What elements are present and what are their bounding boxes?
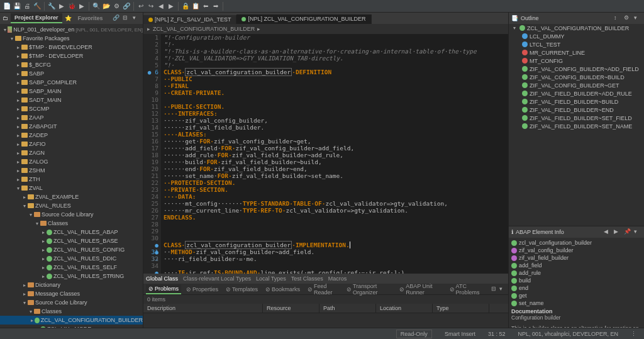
tree-node[interactable]: ▾Favorite Packages: [0, 34, 143, 43]
tree-node[interactable]: ▸SABP_COMPILER: [0, 78, 143, 87]
tree-node[interactable]: ▾ZVAL_RULES: [0, 201, 143, 210]
tree-node[interactable]: ▾Classes: [0, 307, 143, 316]
toolbar-btn-11[interactable]: 🔗: [122, 2, 131, 11]
project-tree[interactable]: ▾NLP_001_developer_en[NPL, 001, DEVELOPE…: [0, 24, 143, 328]
pe-tab-favorites[interactable]: Favorites: [74, 14, 107, 23]
tree-node[interactable]: ▸ZALOG: [0, 157, 143, 166]
toolbar-btn-18[interactable]: ⬅: [201, 2, 210, 11]
problems-tab-3[interactable]: ⊘Bookmarks: [263, 285, 303, 294]
outline-item[interactable]: ZIF_VAL_FIELD_BUILDER~END: [509, 106, 644, 114]
tree-node[interactable]: ▸ZCL_VAL_RULES_CONFIG: [0, 245, 143, 254]
toolbar-btn-8[interactable]: 🔍: [92, 2, 101, 11]
src-tab-test[interactable]: Test Classes: [291, 275, 323, 282]
toolbar-btn-7[interactable]: ▶: [77, 2, 86, 11]
toolbar-btn-3[interactable]: 🔨: [33, 2, 42, 11]
tree-node[interactable]: ▸ZCL_VAL_RULES_ABAP: [0, 228, 143, 236]
problems-tab-7[interactable]: ⊘ATC Problems: [447, 282, 486, 297]
toolbar-btn-1[interactable]: 💾: [13, 2, 21, 11]
problems-tab-5[interactable]: ⊘Transport Organizer: [344, 282, 394, 297]
toolbar-btn-16[interactable]: 🔒: [181, 2, 190, 11]
problems-col[interactable]: Location: [376, 304, 433, 313]
pe-tab-active[interactable]: Project Explorer: [11, 13, 62, 23]
tree-node[interactable]: ▸ZCL_VAL_RULES_BASE: [0, 236, 143, 245]
outline-item[interactable]: ZIF_VAL_FIELD_BUILDER~BUILD: [509, 97, 644, 106]
ei-pin-icon[interactable]: 📌: [624, 228, 631, 236]
tree-node[interactable]: ▸ZADEP: [0, 131, 143, 140]
tree-node[interactable]: ▾NLP_001_developer_en[NPL, 001, DEVELOPE…: [0, 25, 143, 34]
tree-node[interactable]: ▸ZSHM: [0, 166, 143, 175]
tree-node[interactable]: ▸$TMP · DEVELOPER: [0, 52, 143, 60]
editor-tab-1[interactable]: [NPL] Z_FL_SALV_IDA_TEST: [143, 15, 236, 24]
src-tab-macros[interactable]: Macros: [328, 275, 347, 282]
ei-back-icon[interactable]: ◀: [604, 228, 611, 236]
toolbar-btn-9[interactable]: 📂: [102, 2, 111, 11]
outline-item[interactable]: ZIF_VAL_FIELD_BUILDER~ADD_RULE: [509, 89, 644, 97]
link-icon[interactable]: 🔗: [113, 14, 120, 22]
tree-node[interactable]: ▸ZCL_VAL_RULES_SELF: [0, 263, 143, 272]
toolbar-btn-13[interactable]: ↪: [147, 2, 155, 11]
toolbar-btn-0[interactable]: 📄: [3, 2, 11, 11]
src-tab-local[interactable]: Local Types: [256, 275, 286, 282]
tree-node[interactable]: ▸SADT_MAIN: [0, 96, 143, 104]
tree-node[interactable]: ▸SABP: [0, 69, 143, 78]
tree-node[interactable]: ▸ZCL_VAL_RULES_STRING: [0, 272, 143, 281]
tree-node[interactable]: ▸ZAGN: [0, 148, 143, 157]
outline-sort-icon[interactable]: ↕: [614, 14, 621, 22]
tree-node[interactable]: ▸ZAAP: [0, 113, 143, 122]
tree-node[interactable]: ▸SCCMP: [0, 104, 143, 113]
menu-icon[interactable]: ▾: [133, 14, 140, 22]
tree-node[interactable]: ▸ZCL_VAL_RULES_DDIC: [0, 254, 143, 263]
editor-tab-2[interactable]: [NPL] ZCL_VAL_CONFIGURATION_BUILDER: [236, 14, 371, 24]
breadcrumb[interactable]: ▸ZCL_VAL_CONFIGURATION_BUILDER▸: [143, 24, 508, 34]
outline-item[interactable]: MT_CONFIG: [509, 57, 644, 65]
tree-node[interactable]: ▸ZABAPGIT: [0, 122, 143, 131]
toolbar-btn-4[interactable]: 🔧: [47, 2, 56, 11]
problems-col[interactable]: Type: [433, 304, 489, 313]
problems-tab-2[interactable]: ⊘Templates: [223, 285, 260, 294]
tree-node[interactable]: ▾Classes: [0, 219, 143, 228]
problems-tab-4[interactable]: ⊘Feed Reader: [305, 282, 341, 297]
outline-item[interactable]: LTCL_TEST: [509, 40, 644, 48]
toolbar-btn-5[interactable]: ▶: [57, 2, 66, 11]
outline-item[interactable]: ZIF_VAL_FIELD_BUILDER~SET_FIELD: [509, 114, 644, 122]
tree-node[interactable]: ▸Dictionary: [0, 281, 143, 289]
problems-tab-6[interactable]: ⊘ABAP Unit Runner: [397, 282, 444, 297]
toolbar-btn-15[interactable]: ▶: [167, 2, 175, 11]
tree-node[interactable]: ▾ZVAL: [0, 184, 143, 192]
outline-item[interactable]: ZIF_VAL_CONFIG_BUILDER~BUILD: [509, 73, 644, 81]
ei-fwd-icon[interactable]: ▶: [614, 228, 621, 236]
problems-col[interactable]: Path: [319, 304, 376, 313]
problems-tab-1[interactable]: ⊘Properties: [184, 285, 221, 294]
outline-filter-icon[interactable]: ⚙: [624, 14, 631, 22]
outline-item[interactable]: ZIF_VAL_CONFIG_BUILDER~ADD_FIELD: [509, 65, 644, 73]
src-tab-clt[interactable]: Class-relevant Local Types: [183, 275, 251, 282]
outline-menu-icon[interactable]: ▾: [634, 14, 641, 22]
tree-node[interactable]: ▸Message Classes: [0, 289, 143, 298]
problems-col[interactable]: Description: [143, 304, 263, 313]
tree-node[interactable]: ▸SABP_MAIN: [0, 87, 143, 96]
collapse-icon[interactable]: ⊟: [123, 14, 130, 22]
src-tab-global[interactable]: Global Class: [146, 275, 178, 282]
tree-node[interactable]: ▸ZTH: [0, 175, 143, 184]
tree-node[interactable]: ▸$TMP · BWDEVELOPER: [0, 43, 143, 52]
toolbar-btn-19[interactable]: ➡: [211, 2, 220, 11]
outline-item[interactable]: ZIF_VAL_CONFIG_BUILDER~GET: [509, 81, 644, 89]
tree-node[interactable]: ▸ZCL_VAL_CONFIGURATION_BUILDER: [0, 316, 143, 325]
toolbar-btn-6[interactable]: 🐞: [67, 2, 76, 11]
tree-node[interactable]: ▸ZVAL_EXAMPLE: [0, 192, 143, 201]
outline-item[interactable]: ZIF_VAL_FIELD_BUILDER~SET_NAME: [509, 122, 644, 130]
toolbar-btn-14[interactable]: ◀: [157, 2, 165, 11]
toolbar-btn-12[interactable]: ↩: [136, 2, 145, 11]
tree-node[interactable]: ▾Source Code Library: [0, 298, 143, 307]
toolbar-btn-17[interactable]: 📋: [191, 2, 200, 11]
problems-tab-0[interactable]: ⊘Problems: [146, 284, 181, 294]
toolbar-btn-10[interactable]: ⚙: [112, 2, 121, 11]
outline-item[interactable]: LCL_DUMMY: [509, 32, 644, 40]
ei-menu-icon[interactable]: ▾: [634, 228, 641, 236]
code-editor[interactable]: 12345● 678910111213141516171819202122232…: [143, 34, 508, 274]
tree-node[interactable]: ▸ZAFIO: [0, 140, 143, 148]
problems-col[interactable]: Resource: [263, 304, 319, 313]
tree-node[interactable]: ▸$_BCFG: [0, 60, 143, 69]
tree-node[interactable]: ▾Source Code Library: [0, 210, 143, 219]
outline-item[interactable]: MR_CURRENT_LINE: [509, 48, 644, 57]
